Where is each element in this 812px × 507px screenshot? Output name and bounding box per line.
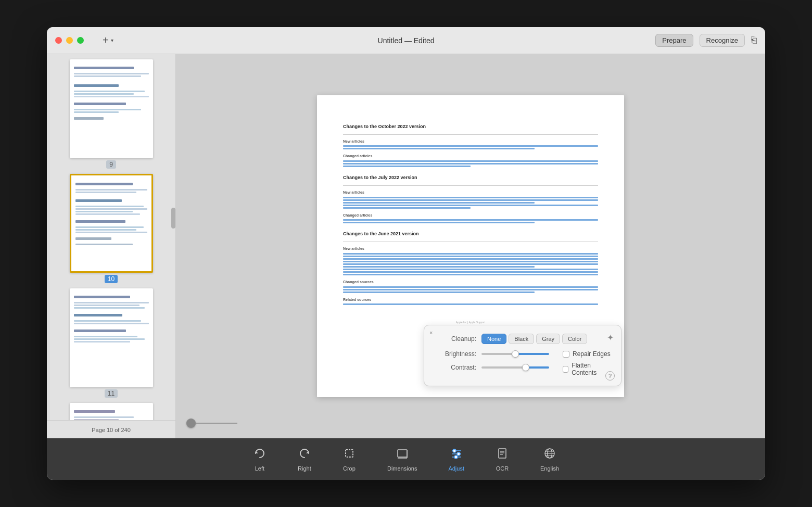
- english-label: English: [540, 465, 559, 472]
- brightness-track[interactable]: [481, 353, 549, 355]
- toolbar-item-ocr[interactable]: OCR: [496, 447, 509, 472]
- brightness-row: Brightness:: [435, 350, 549, 358]
- contrast-track[interactable]: [481, 366, 549, 369]
- svg-marker-0: [256, 451, 258, 453]
- cleanup-options: None Black Gray Color: [481, 334, 587, 344]
- brightness-slider[interactable]: [481, 353, 549, 355]
- cleanup-option-none[interactable]: None: [481, 334, 506, 344]
- subsection-changed-articles: Changed articles: [343, 154, 598, 159]
- svg-rect-3: [398, 450, 407, 457]
- toolbar-item-left[interactable]: Left: [253, 447, 267, 472]
- cleanup-option-black[interactable]: Black: [509, 334, 534, 344]
- list-item[interactable]: 9: [70, 59, 153, 169]
- ocr-label: OCR: [496, 465, 509, 472]
- flatten-contents-checkbox[interactable]: Flatten Contents: [563, 362, 611, 376]
- repair-edges-label: Repair Edges: [573, 350, 611, 358]
- window-title: Untitled — Edited: [378, 36, 435, 45]
- svg-rect-2: [346, 450, 353, 457]
- toolbar-item-english[interactable]: English: [540, 447, 559, 472]
- toolbar-item-right[interactable]: Right: [298, 447, 311, 472]
- toolbar-item-dimensions[interactable]: Dimensions: [387, 447, 417, 472]
- minimize-button[interactable]: [66, 37, 73, 44]
- page-thumbnail-9[interactable]: [70, 59, 153, 158]
- flatten-contents-label: Flatten Contents: [572, 362, 611, 376]
- right-label: Right: [298, 465, 311, 472]
- cleanup-option-gray[interactable]: Gray: [536, 334, 560, 344]
- main-area: 9: [47, 54, 765, 438]
- page-count-label: Page 10 of 240: [47, 420, 175, 438]
- checkbox-group: Repair Edges Flatten Contents: [563, 350, 611, 376]
- bottom-toolbar: Left Right Crop: [47, 438, 765, 480]
- zoom-track[interactable]: [196, 423, 237, 424]
- flatten-contents-box[interactable]: [563, 366, 568, 373]
- globe-icon: [543, 447, 556, 463]
- repair-edges-box[interactable]: [563, 351, 569, 358]
- doc-footer: Apple Inc | Apple Support: [343, 321, 598, 324]
- brightness-thumb[interactable]: [512, 350, 519, 358]
- zoom-control[interactable]: [186, 419, 237, 428]
- rotate-left-icon: [253, 447, 267, 463]
- svg-point-11: [454, 455, 458, 459]
- adjust-icon: [450, 447, 463, 463]
- traffic-lights: [55, 37, 84, 44]
- recognize-button[interactable]: Recognize: [700, 34, 745, 47]
- svg-point-9: [457, 452, 460, 455]
- contrast-thumb[interactable]: [522, 364, 529, 371]
- close-button[interactable]: [55, 37, 62, 44]
- share-button[interactable]: ⎗: [751, 35, 757, 46]
- add-icon: +: [103, 34, 109, 46]
- page-number-9: 9: [106, 160, 116, 169]
- section-title-2: Changes to the July 2022 version: [343, 174, 598, 181]
- sidebar[interactable]: 9: [47, 54, 176, 438]
- contrast-label: Contrast:: [435, 364, 476, 371]
- list-item[interactable]: 10: [70, 174, 153, 283]
- title-bar: + ▾ Untitled — Edited Prepare Recognize …: [47, 27, 765, 54]
- left-label: Left: [255, 465, 264, 472]
- cleanup-option-color[interactable]: Color: [562, 334, 587, 344]
- toolbar-item-adjust[interactable]: Adjust: [448, 447, 464, 472]
- ocr-icon: [496, 447, 509, 463]
- divider-1: [343, 134, 598, 135]
- contrast-slider[interactable]: [481, 366, 549, 369]
- close-panel-button[interactable]: ×: [429, 329, 433, 336]
- prepare-button[interactable]: Prepare: [655, 34, 693, 47]
- help-button[interactable]: ?: [605, 371, 615, 381]
- cleanup-panel: × ✦ Cleanup: None Black Gray Color: [424, 325, 621, 386]
- page-number-11: 11: [105, 389, 118, 398]
- zoom-thumb[interactable]: [186, 419, 196, 428]
- cleanup-label: Cleanup:: [435, 335, 476, 343]
- content-area: Changes to the October 2022 version New …: [176, 54, 765, 438]
- main-window: + ▾ Untitled — Edited Prepare Recognize …: [47, 27, 765, 480]
- repair-edges-checkbox[interactable]: Repair Edges: [563, 350, 611, 358]
- contrast-row: Contrast:: [435, 364, 549, 371]
- section-title-1: Changes to the October 2022 version: [343, 123, 598, 130]
- adjust-label: Adjust: [448, 465, 464, 472]
- add-button[interactable]: + ▾: [103, 34, 113, 46]
- divider-3: [343, 242, 598, 242]
- rotate-right-icon: [298, 447, 311, 463]
- dimensions-icon: [396, 447, 409, 463]
- toolbar-item-crop[interactable]: Crop: [342, 447, 356, 472]
- brightness-label: Brightness:: [435, 350, 476, 358]
- svg-rect-12: [499, 449, 506, 458]
- chevron-down-icon: ▾: [111, 37, 113, 43]
- subsection-new-articles: New articles: [343, 139, 598, 144]
- page-thumbnail-10[interactable]: [70, 174, 153, 273]
- svg-marker-1: [306, 451, 309, 453]
- crop-icon: [342, 447, 356, 463]
- crop-label: Crop: [343, 465, 356, 472]
- divider-2: [343, 185, 598, 186]
- cleanup-row: Cleanup: None Black Gray Color: [435, 334, 611, 344]
- toolbar-right: Prepare Recognize ⎗: [655, 34, 757, 47]
- svg-point-7: [453, 449, 456, 452]
- dimensions-label: Dimensions: [387, 465, 417, 472]
- scrollbar[interactable]: [171, 208, 175, 229]
- wand-icon[interactable]: ✦: [607, 333, 614, 343]
- maximize-button[interactable]: [77, 37, 84, 44]
- page-number-10: 10: [105, 275, 118, 283]
- list-item[interactable]: 11: [70, 288, 153, 398]
- section-title-3: Changes to the June 2021 version: [343, 231, 598, 237]
- page-thumbnail-11[interactable]: [70, 288, 153, 387]
